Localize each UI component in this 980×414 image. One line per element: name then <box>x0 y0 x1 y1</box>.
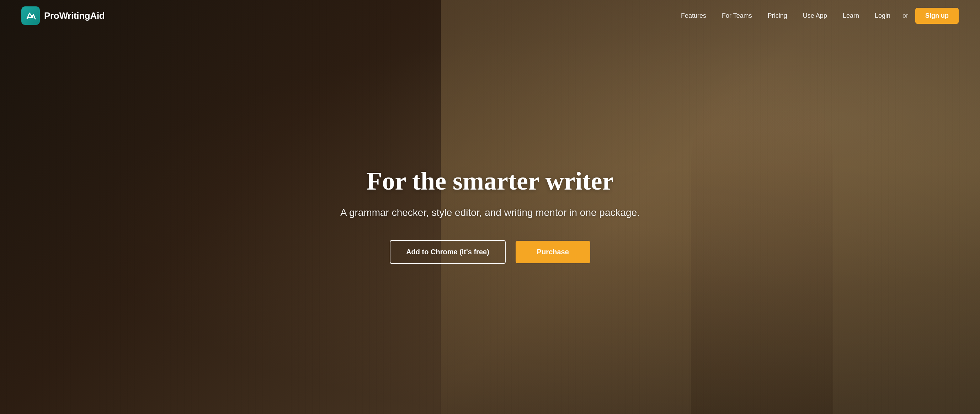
nav-item-use-app[interactable]: Use App <box>795 9 835 22</box>
nav-item-for-teams[interactable]: For Teams <box>714 9 760 22</box>
signup-button[interactable]: Sign up <box>915 8 959 24</box>
hero-subtitle: A grammar checker, style editor, and wri… <box>340 205 640 220</box>
hero-section: ProWritingAid Features For Teams Pricing… <box>0 0 980 414</box>
hero-title: For the smarter writer <box>366 167 613 195</box>
hero-content: For the smarter writer A grammar checker… <box>0 31 980 414</box>
purchase-button[interactable]: Purchase <box>515 241 590 263</box>
logo-text: ProWritingAid <box>44 10 105 21</box>
hero-buttons: Add to Chrome (it's free) Purchase <box>390 240 590 264</box>
nav-item-learn[interactable]: Learn <box>835 9 867 22</box>
nav-links: Features For Teams Pricing Use App Learn… <box>673 8 959 24</box>
nav-separator: or <box>902 12 908 19</box>
nav-item-features[interactable]: Features <box>673 9 714 22</box>
navbar: ProWritingAid Features For Teams Pricing… <box>0 0 980 31</box>
add-to-chrome-button[interactable]: Add to Chrome (it's free) <box>390 240 506 264</box>
nav-item-pricing[interactable]: Pricing <box>760 9 795 22</box>
nav-item-login[interactable]: Login <box>867 9 898 22</box>
logo-link[interactable]: ProWritingAid <box>21 6 105 25</box>
logo-icon <box>21 6 40 25</box>
